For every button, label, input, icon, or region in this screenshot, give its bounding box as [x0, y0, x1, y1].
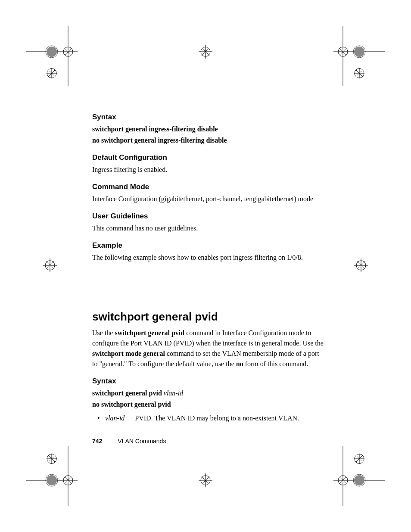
- main-heading: switchport general pvid: [92, 310, 325, 324]
- crop-mark-mid-right: [352, 257, 370, 274]
- svg-point-58: [201, 476, 210, 485]
- svg-line-45: [48, 455, 55, 462]
- default-config-body: Ingress filtering is enabled.: [92, 165, 325, 175]
- svg-point-24: [45, 261, 55, 270]
- svg-line-38: [65, 477, 72, 484]
- crop-mark-top-left: [26, 26, 78, 86]
- para-t4: form of this command.: [243, 360, 308, 367]
- crop-mark-mid-left: [41, 257, 59, 274]
- command-mode-body: Interface Configuration (gigabitethernet…: [92, 194, 325, 204]
- crop-mark-top-center: [197, 43, 214, 60]
- syntax2-line1: switchport general pvid vlan-id: [92, 388, 325, 398]
- svg-line-28: [46, 261, 54, 269]
- svg-line-56: [356, 455, 363, 462]
- svg-point-29: [356, 261, 366, 270]
- page-footer: 742 VLAN Commands: [92, 438, 166, 445]
- para-t1: Use the: [92, 329, 115, 336]
- user-guidelines-body: This command has no user guidelines.: [92, 223, 325, 233]
- svg-line-15: [339, 48, 346, 55]
- syntax-line-2: no switchport general ingress-filtering …: [92, 135, 325, 146]
- para-b1: switchport general pvid: [115, 329, 184, 336]
- bullet-italic: vlan-id: [105, 414, 125, 422]
- svg-line-4: [65, 48, 72, 55]
- svg-point-14: [338, 47, 348, 56]
- user-guidelines-heading: User Guidelines: [92, 212, 325, 221]
- default-config-heading: Default Configuration: [92, 153, 325, 162]
- svg-point-6: [47, 47, 57, 57]
- svg-point-52: [354, 475, 364, 485]
- bullet-rest: — PVID. The VLAN ID may belong to a non-…: [125, 414, 299, 422]
- crop-mark-top-right: [333, 26, 385, 86]
- syntax2-line1-italic: vlan-id: [164, 389, 183, 397]
- footer-divider: [110, 439, 110, 445]
- svg-line-37: [65, 477, 72, 484]
- svg-line-66: [202, 48, 209, 56]
- svg-line-23: [356, 70, 363, 77]
- svg-line-57: [356, 455, 363, 462]
- example-body: The following example shows how to enabl…: [92, 252, 325, 263]
- footer-section: VLAN Commands: [118, 438, 166, 445]
- svg-line-50: [339, 477, 346, 484]
- example-heading: Example: [92, 241, 325, 250]
- svg-point-51: [353, 474, 365, 486]
- crop-mark-bottom-right: [333, 446, 385, 506]
- syntax2-bullet: vlan-id — PVID. The VLAN ID may belong t…: [105, 413, 325, 423]
- svg-point-2: [63, 47, 73, 56]
- svg-line-33: [357, 261, 365, 269]
- syntax2-line2: no switchport general pvid: [92, 399, 325, 410]
- svg-point-63: [201, 47, 210, 56]
- svg-line-11: [48, 70, 55, 77]
- svg-line-62: [202, 476, 209, 484]
- command-mode-heading: Command Mode: [92, 183, 325, 191]
- svg-line-27: [46, 261, 54, 269]
- svg-point-7: [47, 68, 56, 78]
- svg-point-19: [355, 68, 364, 78]
- svg-line-67: [202, 48, 209, 56]
- svg-point-17: [353, 46, 365, 58]
- svg-line-3: [65, 48, 72, 55]
- page-number: 742: [92, 438, 102, 445]
- svg-point-40: [47, 475, 57, 485]
- svg-line-22: [356, 70, 363, 77]
- svg-point-48: [338, 476, 348, 485]
- syntax-heading-2: Syntax: [92, 377, 325, 386]
- para-b2: switchport mode general: [92, 350, 165, 357]
- svg-point-39: [46, 474, 58, 486]
- para-b3: no: [236, 360, 243, 367]
- svg-point-53: [355, 454, 364, 464]
- svg-line-44: [48, 455, 55, 462]
- main-paragraph: Use the switchport general pvid command …: [92, 328, 325, 369]
- crop-mark-bottom-center: [197, 472, 214, 489]
- svg-line-32: [357, 261, 365, 269]
- page-content: Syntax switchport general ingress-filter…: [92, 113, 325, 423]
- syntax2-line1-bold: switchport general pvid: [92, 389, 164, 397]
- svg-point-41: [47, 454, 56, 464]
- svg-line-16: [339, 48, 346, 55]
- svg-line-61: [202, 476, 209, 484]
- svg-point-5: [46, 46, 58, 58]
- svg-line-10: [48, 70, 55, 77]
- svg-line-49: [339, 477, 346, 484]
- crop-mark-bottom-left: [26, 446, 78, 506]
- svg-point-36: [63, 476, 73, 485]
- syntax-line-1: switchport general ingress-filtering dis…: [92, 124, 325, 134]
- svg-point-18: [354, 47, 364, 57]
- syntax-heading-1: Syntax: [92, 113, 325, 121]
